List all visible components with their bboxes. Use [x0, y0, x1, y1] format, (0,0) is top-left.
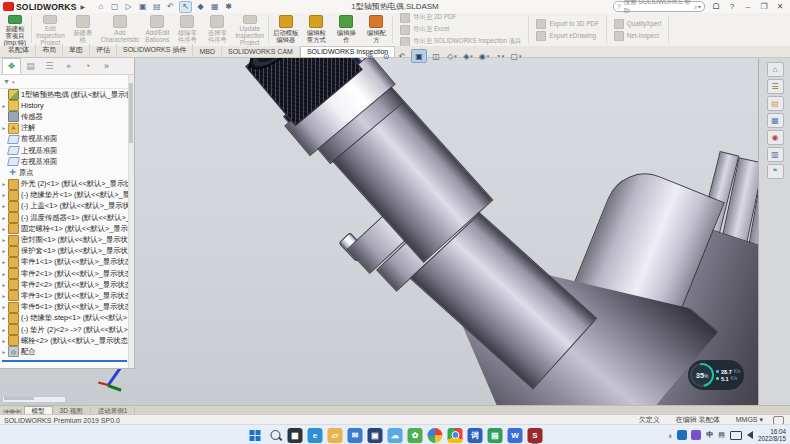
- tab-评估[interactable]: 评估: [90, 44, 117, 57]
- tab-scroll-buttons[interactable]: |◀ ◀ ▶ ▶|: [0, 407, 24, 414]
- tree-filter-row[interactable]: ▼▾: [0, 75, 134, 89]
- rebuild-icon[interactable]: ◆: [195, 2, 206, 12]
- taskbar-icon-green-app[interactable]: ✿: [408, 428, 423, 443]
- taskbar-icon-file-explorer[interactable]: ▱: [328, 428, 343, 443]
- expand-arrow-icon[interactable]: ▸: [0, 248, 8, 254]
- ribbon-button-add-characteristic[interactable]: AddCharacteristic: [98, 13, 143, 46]
- tree-item[interactable]: ▸◎配合: [0, 346, 129, 357]
- expand-arrow-icon[interactable]: ▸: [0, 349, 8, 355]
- restore-button[interactable]: ❐: [758, 2, 770, 12]
- forum-icon[interactable]: ❝: [767, 164, 784, 179]
- expand-arrow-icon[interactable]: ▸: [0, 338, 8, 344]
- ribbon-button-new-inspection-project[interactable]: 新建检查项目(imp:特): [0, 13, 30, 46]
- taskbar-icon-wps-app[interactable]: W: [508, 428, 523, 443]
- taskbar-icon-solidworks-app[interactable]: S: [528, 428, 543, 443]
- minimize-button[interactable]: –: [742, 2, 754, 12]
- expand-arrow-icon[interactable]: ▸: [0, 237, 8, 243]
- tree-item[interactable]: ▸零件5<1> (默认<<默认>_显示状态: [0, 302, 129, 313]
- close-button[interactable]: ✕: [774, 2, 786, 12]
- ribbon-row-button[interactable]: QualityXpert: [614, 19, 662, 29]
- expand-arrow-icon[interactable]: ▸: [0, 327, 8, 333]
- taskbar-icon-cloud-app[interactable]: ☁: [388, 428, 403, 443]
- tree-horizontal-scrollbar[interactable]: [2, 396, 66, 403]
- performance-overlay[interactable]: 35% 28.7K/s 5.1K/s: [688, 360, 744, 390]
- tree-item[interactable]: ▸零件1<1> (默认<<默认>_显示状态: [0, 257, 129, 268]
- resources-icon[interactable]: ⌂: [767, 62, 784, 77]
- tree-item[interactable]: 前视基准面: [0, 134, 129, 145]
- view-palette-icon[interactable]: ▦: [767, 113, 784, 128]
- speaker-icon[interactable]: [747, 431, 753, 439]
- expand-arrow-icon[interactable]: ▸: [0, 192, 8, 198]
- ribbon-row-button[interactable]: Export to 3D PDF: [536, 19, 598, 29]
- ribbon-button-edit-inspection-method[interactable]: 编辑检查方式: [301, 13, 331, 46]
- expand-arrow-icon[interactable]: ▸: [0, 271, 8, 277]
- zoom-to-fit-icon[interactable]: ⊕: [363, 50, 377, 62]
- tab-装配体[interactable]: 装配体: [2, 44, 36, 57]
- file-explorer-icon[interactable]: ▤: [767, 96, 784, 111]
- ribbon-button-update-inspection-project[interactable]: UpdateInspectionProject: [232, 13, 267, 46]
- undo-icon[interactable]: ↶: [165, 2, 176, 12]
- save-icon[interactable]: ▣: [137, 2, 148, 12]
- taskbar-icon-mail[interactable]: ✉: [348, 428, 363, 443]
- tree-item[interactable]: 右视基准面: [0, 156, 129, 167]
- tab-overflow[interactable]: »: [97, 58, 116, 74]
- taskbar-icon-edge[interactable]: e: [308, 428, 323, 443]
- expand-arrow-icon[interactable]: ▸: [0, 259, 8, 265]
- expand-arrow-icon[interactable]: ▸: [0, 215, 8, 221]
- select-cursor-icon[interactable]: ↖: [179, 1, 192, 13]
- ribbon-row-button[interactable]: Net-Inspect: [614, 31, 662, 41]
- taskbar-icon-chrome[interactable]: [448, 428, 463, 443]
- tab-mbd[interactable]: MBD: [193, 47, 222, 57]
- taskbar-icon-start[interactable]: [248, 428, 263, 443]
- tree-item[interactable]: ▸螺栓<2> (默认<<默认>_显示状态: [0, 335, 129, 346]
- tree-item[interactable]: ▸(-) 绝缘垫.step<1> (默认<<默认>: [0, 313, 129, 324]
- ribbon-row-button[interactable]: 导出至 SOLIDWORKS Inspection 项目: [400, 37, 521, 47]
- tree-item[interactable]: ▸固定螺栓<1> (默认<<默认>_显示状: [0, 223, 129, 234]
- zoom-to-area-icon[interactable]: ⊙: [379, 50, 393, 62]
- security-icon[interactable]: [691, 430, 701, 440]
- ribbon-button-select-balloons[interactable]: 选择零件序号: [202, 13, 232, 46]
- hide-show-items-icon[interactable]: ◉▾: [477, 50, 491, 62]
- section-view-icon[interactable]: ▣: [411, 49, 427, 63]
- ime-indicator[interactable]: 中: [706, 430, 713, 440]
- tree-item[interactable]: ▸(-) 上盖<1> (默认<<默认>_显示状: [0, 201, 129, 212]
- tree-item[interactable]: ▸(-) 温度传感器<1> (默认<<默认>_: [0, 212, 129, 223]
- tree-item[interactable]: ▸A注解: [0, 123, 129, 134]
- tree-item[interactable]: ▸零件2<2> (默认<<默认>_显示状态: [0, 279, 129, 290]
- expand-arrow-icon[interactable]: ▸: [0, 181, 8, 187]
- tree-item[interactable]: ▸外壳 (2)<1> (默认<<默认>_显示状: [0, 179, 129, 190]
- ribbon-button-edit-operation[interactable]: 编辑操作: [331, 13, 361, 46]
- filter-icon[interactable]: ▼: [3, 78, 10, 85]
- view-settings-icon[interactable]: ▢▾: [509, 50, 523, 62]
- rollback-bar[interactable]: [2, 360, 127, 362]
- dynamic-annotation-icon[interactable]: ◫: [429, 50, 443, 62]
- expand-arrow-icon[interactable]: ▸: [0, 282, 8, 288]
- tab-featuremanager-tree[interactable]: ❖: [2, 58, 21, 74]
- new-document-icon[interactable]: ▢: [109, 2, 120, 12]
- tab-dimxpertmanager[interactable]: ⌖: [59, 58, 78, 74]
- open-icon[interactable]: ▷: [123, 2, 134, 12]
- onedrive-icon[interactable]: [677, 430, 687, 440]
- print-icon[interactable]: ▤: [151, 2, 162, 12]
- expand-arrow-icon[interactable]: ▸: [0, 203, 8, 209]
- expand-arrow-icon[interactable]: ▸: [0, 103, 8, 109]
- taskbar-icon-search[interactable]: [268, 428, 283, 443]
- custom-properties-icon[interactable]: ▥: [767, 147, 784, 162]
- expand-arrow-icon[interactable]: ▸: [0, 226, 8, 232]
- ribbon-button-remove-balloons[interactable]: 移除零件序号: [172, 13, 202, 46]
- tree-item[interactable]: ▸保护套<1> (默认<<默认>_显示状: [0, 246, 129, 257]
- ribbon-button-edit-recipe[interactable]: 编辑配方: [361, 13, 391, 46]
- home-icon[interactable]: ⌂: [95, 2, 106, 12]
- ribbon-row-button[interactable]: Export eDrawing: [536, 31, 598, 41]
- expand-arrow-icon[interactable]: ▸: [0, 125, 8, 131]
- ribbon-row-button[interactable]: 导出至 Excel: [400, 25, 521, 35]
- menu-flyout-arrow-icon[interactable]: ▶: [81, 3, 86, 10]
- ribbon-row-button[interactable]: 导出至 2D PDF: [400, 13, 521, 23]
- design-library-icon[interactable]: ☰: [767, 79, 784, 94]
- ribbon-button-edit-inspection-project[interactable]: EditInspectionProject: [33, 13, 68, 46]
- expand-arrow-icon[interactable]: ▸: [0, 315, 8, 321]
- login-user-button[interactable]: ᗝ: [710, 2, 722, 12]
- tree-item[interactable]: 1型轴预热电偶 (默认<默认_显示状态-1>: [0, 89, 129, 100]
- ribbon-button-template-editor[interactable]: 启动模板编辑器: [270, 13, 301, 46]
- options-gear-icon[interactable]: ✱: [223, 2, 234, 12]
